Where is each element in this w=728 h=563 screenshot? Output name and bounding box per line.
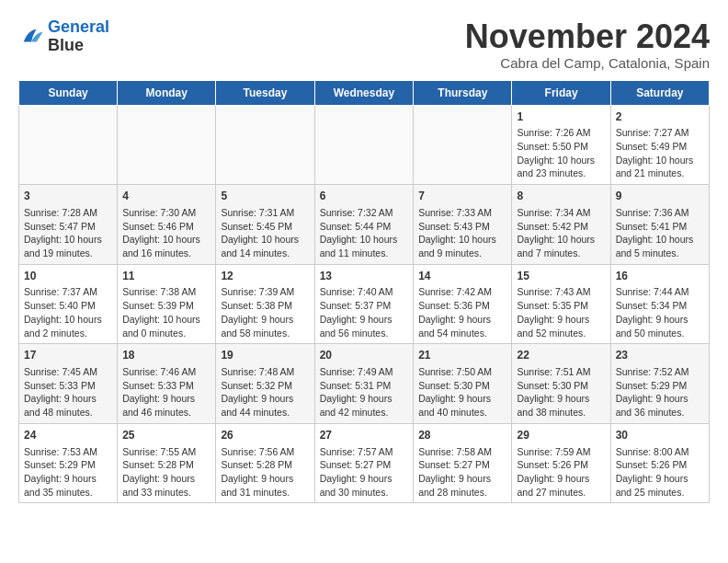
day-number: 21 <box>418 348 506 363</box>
cell-info-line: Sunrise: 7:42 AM <box>418 286 492 297</box>
month-title: November 2024 <box>465 18 710 55</box>
cell-info-line: Sunrise: 7:39 AM <box>221 286 294 297</box>
cell-info-line: Sunset: 5:27 PM <box>320 459 392 470</box>
calendar-cell: 3Sunrise: 7:28 AMSunset: 5:47 PMDaylight… <box>19 185 118 265</box>
cell-info-line: Sunrise: 7:37 AM <box>24 286 97 297</box>
cell-info-line: Sunrise: 7:30 AM <box>122 207 196 218</box>
day-number: 20 <box>320 348 409 363</box>
calendar-cell: 20Sunrise: 7:49 AMSunset: 5:31 PMDayligh… <box>314 344 414 424</box>
logo: General Blue <box>18 18 109 55</box>
cell-info-line: Daylight: 9 hours and 50 minutes. <box>616 314 688 339</box>
cell-info-line: Sunset: 5:30 PM <box>418 380 490 391</box>
day-number: 26 <box>221 428 309 443</box>
day-number: 10 <box>24 269 112 284</box>
cell-info-line: Daylight: 10 hours and 11 minutes. <box>320 234 398 259</box>
day-number: 8 <box>517 189 605 204</box>
cell-info-line: Sunset: 5:28 PM <box>221 459 292 470</box>
cell-info-line: Sunrise: 7:43 AM <box>517 286 590 297</box>
day-number: 27 <box>320 428 409 443</box>
day-of-week-header: Friday <box>512 80 610 105</box>
day-number: 16 <box>616 269 704 284</box>
cell-info-line: Daylight: 9 hours and 42 minutes. <box>320 393 392 418</box>
day-number: 7 <box>418 189 506 204</box>
calendar-cell: 17Sunrise: 7:45 AMSunset: 5:33 PMDayligh… <box>19 344 118 424</box>
cell-info-line: Daylight: 10 hours and 2 minutes. <box>24 314 102 339</box>
cell-info-line: Daylight: 10 hours and 19 minutes. <box>24 234 102 259</box>
cell-info-line: Daylight: 9 hours and 44 minutes. <box>221 393 293 418</box>
calendar-cell: 28Sunrise: 7:58 AMSunset: 5:27 PMDayligh… <box>414 423 512 503</box>
day-of-week-header: Tuesday <box>216 80 314 105</box>
cell-info-line: Sunrise: 7:55 AM <box>122 446 196 457</box>
cell-info-line: Sunset: 5:43 PM <box>418 221 490 232</box>
day-number: 6 <box>320 189 409 204</box>
cell-info-line: Sunrise: 7:28 AM <box>24 207 97 218</box>
logo-text: General Blue <box>48 18 109 55</box>
cell-info-line: Sunrise: 7:48 AM <box>221 366 294 377</box>
cell-info-line: Daylight: 10 hours and 0 minutes. <box>122 314 200 339</box>
day-number: 15 <box>517 269 605 284</box>
calendar-cell: 13Sunrise: 7:40 AMSunset: 5:37 PMDayligh… <box>314 264 414 344</box>
calendar-cell: 7Sunrise: 7:33 AMSunset: 5:43 PMDaylight… <box>414 185 512 265</box>
calendar-cell: 29Sunrise: 7:59 AMSunset: 5:26 PMDayligh… <box>512 423 610 503</box>
cell-info-line: Sunrise: 7:49 AM <box>320 366 393 377</box>
cell-info-line: Sunrise: 7:31 AM <box>221 207 294 218</box>
cell-info-line: Sunset: 5:27 PM <box>418 459 490 470</box>
cell-info-line: Sunrise: 7:51 AM <box>517 366 590 377</box>
day-number: 14 <box>418 269 506 284</box>
calendar-cell <box>314 105 414 185</box>
day-number: 24 <box>24 428 112 443</box>
cell-info-line: Daylight: 9 hours and 38 minutes. <box>517 393 589 418</box>
cell-info-line: Sunset: 5:47 PM <box>24 221 96 232</box>
cell-info-line: Sunset: 5:40 PM <box>24 300 96 311</box>
cell-info-line: Sunset: 5:38 PM <box>221 300 292 311</box>
day-of-week-header: Thursday <box>414 80 512 105</box>
cell-info-line: Sunset: 5:30 PM <box>517 380 588 391</box>
calendar-cell: 1Sunrise: 7:26 AMSunset: 5:50 PMDaylight… <box>512 105 610 185</box>
calendar-cell: 6Sunrise: 7:32 AMSunset: 5:44 PMDaylight… <box>314 185 414 265</box>
cell-info-line: Sunset: 5:46 PM <box>122 221 194 232</box>
cell-info-line: Sunrise: 7:58 AM <box>418 446 492 457</box>
calendar-cell: 19Sunrise: 7:48 AMSunset: 5:32 PMDayligh… <box>216 344 314 424</box>
calendar-cell: 9Sunrise: 7:36 AMSunset: 5:41 PMDaylight… <box>610 185 709 265</box>
cell-info-line: Sunrise: 7:45 AM <box>24 366 97 377</box>
cell-info-line: Sunset: 5:45 PM <box>221 221 292 232</box>
day-number: 18 <box>122 348 210 363</box>
cell-info-line: Daylight: 10 hours and 7 minutes. <box>517 234 595 259</box>
cell-info-line: Sunset: 5:37 PM <box>320 300 392 311</box>
day-number: 5 <box>221 189 309 204</box>
calendar-cell: 21Sunrise: 7:50 AMSunset: 5:30 PMDayligh… <box>414 344 512 424</box>
day-number: 2 <box>616 109 704 125</box>
calendar-cell: 24Sunrise: 7:53 AMSunset: 5:29 PMDayligh… <box>19 423 118 503</box>
calendar-cell: 27Sunrise: 7:57 AMSunset: 5:27 PMDayligh… <box>314 423 414 503</box>
cell-info-line: Daylight: 9 hours and 30 minutes. <box>320 473 392 498</box>
calendar-cell: 14Sunrise: 7:42 AMSunset: 5:36 PMDayligh… <box>414 264 512 344</box>
day-number: 17 <box>24 348 112 363</box>
cell-info-line: Sunset: 5:28 PM <box>122 459 194 470</box>
cell-info-line: Sunset: 5:35 PM <box>517 300 588 311</box>
cell-info-line: Sunrise: 7:57 AM <box>320 446 393 457</box>
cell-info-line: Sunset: 5:29 PM <box>616 380 688 391</box>
cell-info-line: Sunset: 5:36 PM <box>418 300 490 311</box>
cell-info-line: Sunset: 5:50 PM <box>517 141 588 152</box>
day-number: 29 <box>517 428 605 443</box>
calendar-cell <box>118 105 216 185</box>
cell-info-line: Sunrise: 7:34 AM <box>517 207 590 218</box>
calendar-cell: 22Sunrise: 7:51 AMSunset: 5:30 PMDayligh… <box>512 344 610 424</box>
day-number: 3 <box>24 189 112 204</box>
cell-info-line: Sunset: 5:49 PM <box>616 141 688 152</box>
cell-info-line: Daylight: 9 hours and 56 minutes. <box>320 314 392 339</box>
day-number: 4 <box>122 189 210 204</box>
day-number: 11 <box>122 269 210 284</box>
cell-info-line: Sunrise: 7:32 AM <box>320 207 393 218</box>
cell-info-line: Sunset: 5:31 PM <box>320 380 392 391</box>
day-number: 9 <box>616 189 704 204</box>
cell-info-line: Sunrise: 7:38 AM <box>122 286 196 297</box>
cell-info-line: Sunrise: 7:26 AM <box>517 127 590 138</box>
cell-info-line: Sunrise: 7:46 AM <box>122 366 196 377</box>
day-of-week-header: Monday <box>118 80 216 105</box>
day-number: 25 <box>122 428 210 443</box>
calendar-cell: 12Sunrise: 7:39 AMSunset: 5:38 PMDayligh… <box>216 264 314 344</box>
calendar-cell: 4Sunrise: 7:30 AMSunset: 5:46 PMDaylight… <box>118 185 216 265</box>
cell-info-line: Daylight: 9 hours and 40 minutes. <box>418 393 491 418</box>
calendar-cell <box>216 105 314 185</box>
